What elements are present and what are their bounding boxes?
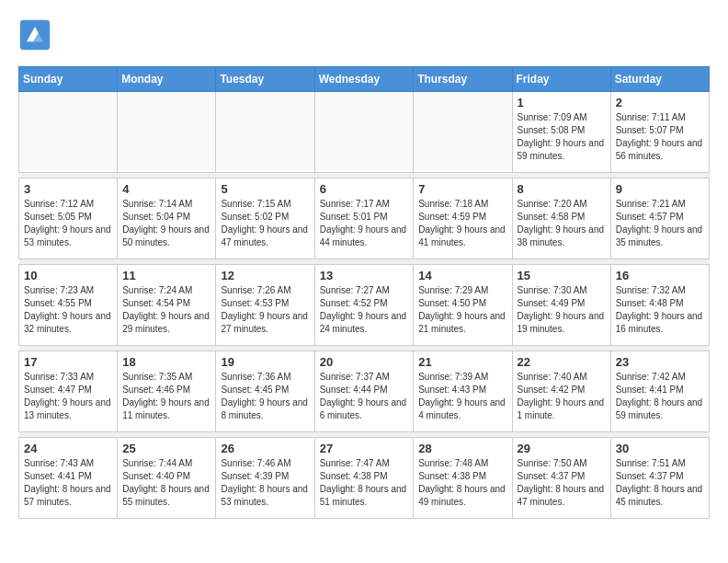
day-number: 13	[320, 269, 409, 282]
day-info: Sunrise: 7:40 AM Sunset: 4:42 PM Dayligh…	[518, 371, 606, 422]
week-row: 3Sunrise: 7:12 AM Sunset: 5:05 PM Daylig…	[19, 178, 710, 259]
calendar-cell: 28Sunrise: 7:48 AM Sunset: 4:38 PM Dayli…	[414, 438, 512, 519]
week-row: 17Sunrise: 7:33 AM Sunset: 4:47 PM Dayli…	[19, 351, 710, 432]
day-number: 30	[616, 442, 704, 455]
day-number: 10	[24, 269, 112, 282]
logo	[18, 18, 57, 52]
calendar-cell	[314, 92, 414, 173]
calendar-cell: 2Sunrise: 7:11 AM Sunset: 5:07 PM Daylig…	[610, 92, 709, 173]
day-info: Sunrise: 7:43 AM Sunset: 4:41 PM Dayligh…	[24, 457, 112, 509]
day-number: 16	[616, 269, 704, 282]
weekday-header: Tuesday	[216, 67, 314, 92]
day-info: Sunrise: 7:23 AM Sunset: 4:55 PM Dayligh…	[24, 284, 112, 336]
day-number: 19	[221, 355, 309, 369]
calendar-cell: 20Sunrise: 7:37 AM Sunset: 4:44 PM Dayli…	[314, 351, 414, 432]
day-info: Sunrise: 7:17 AM Sunset: 5:01 PM Dayligh…	[320, 198, 409, 249]
day-info: Sunrise: 7:39 AM Sunset: 4:43 PM Dayligh…	[418, 371, 506, 422]
day-number: 14	[418, 269, 506, 282]
weekday-header: Saturday	[610, 67, 709, 92]
day-info: Sunrise: 7:37 AM Sunset: 4:44 PM Dayligh…	[320, 371, 409, 422]
day-info: Sunrise: 7:12 AM Sunset: 5:05 PM Dayligh…	[24, 198, 112, 249]
day-info: Sunrise: 7:27 AM Sunset: 4:52 PM Dayligh…	[320, 284, 409, 336]
day-number: 9	[616, 182, 704, 196]
weekday-header: Friday	[512, 67, 610, 92]
day-number: 29	[518, 442, 606, 455]
day-number: 28	[418, 442, 506, 455]
weekday-header: Sunday	[19, 67, 118, 92]
calendar-cell: 27Sunrise: 7:47 AM Sunset: 4:38 PM Dayli…	[314, 438, 414, 519]
calendar-cell: 1Sunrise: 7:09 AM Sunset: 5:08 PM Daylig…	[512, 92, 610, 173]
day-number: 26	[221, 442, 309, 455]
calendar-cell	[414, 92, 512, 173]
calendar-cell	[19, 92, 118, 173]
calendar-header-row: SundayMondayTuesdayWednesdayThursdayFrid…	[19, 67, 710, 92]
week-row: 1Sunrise: 7:09 AM Sunset: 5:08 PM Daylig…	[19, 92, 710, 173]
day-number: 11	[122, 269, 210, 282]
weekday-header: Monday	[118, 67, 216, 92]
calendar-cell: 21Sunrise: 7:39 AM Sunset: 4:43 PM Dayli…	[414, 351, 512, 432]
day-info: Sunrise: 7:21 AM Sunset: 4:57 PM Dayligh…	[616, 198, 704, 249]
day-number: 18	[122, 355, 210, 369]
calendar-cell: 14Sunrise: 7:29 AM Sunset: 4:50 PM Dayli…	[414, 265, 512, 346]
day-info: Sunrise: 7:44 AM Sunset: 4:40 PM Dayligh…	[122, 457, 210, 509]
calendar-cell: 15Sunrise: 7:30 AM Sunset: 4:49 PM Dayli…	[512, 265, 610, 346]
calendar-cell: 26Sunrise: 7:46 AM Sunset: 4:39 PM Dayli…	[216, 438, 314, 519]
calendar-cell: 10Sunrise: 7:23 AM Sunset: 4:55 PM Dayli…	[19, 265, 118, 346]
day-number: 15	[518, 269, 606, 282]
day-info: Sunrise: 7:42 AM Sunset: 4:41 PM Dayligh…	[616, 371, 704, 422]
day-info: Sunrise: 7:51 AM Sunset: 4:37 PM Dayligh…	[616, 457, 704, 509]
day-number: 8	[518, 182, 606, 196]
calendar-cell: 7Sunrise: 7:18 AM Sunset: 4:59 PM Daylig…	[414, 178, 512, 259]
calendar-cell: 9Sunrise: 7:21 AM Sunset: 4:57 PM Daylig…	[610, 178, 709, 259]
calendar-cell: 8Sunrise: 7:20 AM Sunset: 4:58 PM Daylig…	[512, 178, 610, 259]
calendar-cell	[118, 92, 216, 173]
calendar-cell	[216, 92, 314, 173]
day-info: Sunrise: 7:26 AM Sunset: 4:53 PM Dayligh…	[221, 284, 309, 336]
calendar-cell: 6Sunrise: 7:17 AM Sunset: 5:01 PM Daylig…	[314, 178, 414, 259]
day-number: 5	[221, 182, 309, 196]
day-number: 4	[122, 182, 210, 196]
day-info: Sunrise: 7:50 AM Sunset: 4:37 PM Dayligh…	[518, 457, 606, 509]
weekday-header: Wednesday	[314, 67, 414, 92]
calendar-cell: 3Sunrise: 7:12 AM Sunset: 5:05 PM Daylig…	[19, 178, 118, 259]
day-number: 7	[418, 182, 506, 196]
day-info: Sunrise: 7:33 AM Sunset: 4:47 PM Dayligh…	[24, 371, 112, 422]
day-number: 21	[418, 355, 506, 369]
day-info: Sunrise: 7:32 AM Sunset: 4:48 PM Dayligh…	[616, 284, 704, 336]
day-number: 3	[24, 182, 112, 196]
day-info: Sunrise: 7:09 AM Sunset: 5:08 PM Dayligh…	[518, 111, 606, 163]
day-number: 12	[221, 269, 309, 282]
weekday-header: Thursday	[414, 67, 512, 92]
calendar-cell: 30Sunrise: 7:51 AM Sunset: 4:37 PM Dayli…	[610, 438, 709, 519]
day-info: Sunrise: 7:48 AM Sunset: 4:38 PM Dayligh…	[418, 457, 506, 509]
week-row: 10Sunrise: 7:23 AM Sunset: 4:55 PM Dayli…	[19, 265, 710, 346]
day-info: Sunrise: 7:29 AM Sunset: 4:50 PM Dayligh…	[418, 284, 506, 336]
day-number: 2	[616, 96, 704, 109]
calendar-cell: 29Sunrise: 7:50 AM Sunset: 4:37 PM Dayli…	[512, 438, 610, 519]
day-number: 23	[616, 355, 704, 369]
day-number: 25	[122, 442, 210, 455]
day-number: 24	[24, 442, 112, 455]
day-number: 20	[320, 355, 409, 369]
day-info: Sunrise: 7:30 AM Sunset: 4:49 PM Dayligh…	[518, 284, 606, 336]
day-info: Sunrise: 7:36 AM Sunset: 4:45 PM Dayligh…	[221, 371, 309, 422]
day-info: Sunrise: 7:18 AM Sunset: 4:59 PM Dayligh…	[418, 198, 506, 249]
day-info: Sunrise: 7:14 AM Sunset: 5:04 PM Dayligh…	[122, 198, 210, 249]
calendar-cell: 4Sunrise: 7:14 AM Sunset: 5:04 PM Daylig…	[118, 178, 216, 259]
day-number: 17	[24, 355, 112, 369]
day-number: 1	[518, 96, 606, 109]
calendar-cell: 11Sunrise: 7:24 AM Sunset: 4:54 PM Dayli…	[118, 265, 216, 346]
day-number: 6	[320, 182, 409, 196]
day-info: Sunrise: 7:15 AM Sunset: 5:02 PM Dayligh…	[221, 198, 309, 249]
day-info: Sunrise: 7:46 AM Sunset: 4:39 PM Dayligh…	[221, 457, 309, 509]
day-info: Sunrise: 7:35 AM Sunset: 4:46 PM Dayligh…	[122, 371, 210, 422]
calendar-cell: 23Sunrise: 7:42 AM Sunset: 4:41 PM Dayli…	[610, 351, 709, 432]
day-info: Sunrise: 7:11 AM Sunset: 5:07 PM Dayligh…	[616, 111, 704, 163]
calendar: SundayMondayTuesdayWednesdayThursdayFrid…	[18, 66, 710, 519]
day-info: Sunrise: 7:47 AM Sunset: 4:38 PM Dayligh…	[320, 457, 409, 509]
day-info: Sunrise: 7:20 AM Sunset: 4:58 PM Dayligh…	[518, 198, 606, 249]
week-row: 24Sunrise: 7:43 AM Sunset: 4:41 PM Dayli…	[19, 438, 710, 519]
calendar-cell: 16Sunrise: 7:32 AM Sunset: 4:48 PM Dayli…	[610, 265, 709, 346]
calendar-cell: 12Sunrise: 7:26 AM Sunset: 4:53 PM Dayli…	[216, 265, 314, 346]
day-number: 27	[320, 442, 409, 455]
